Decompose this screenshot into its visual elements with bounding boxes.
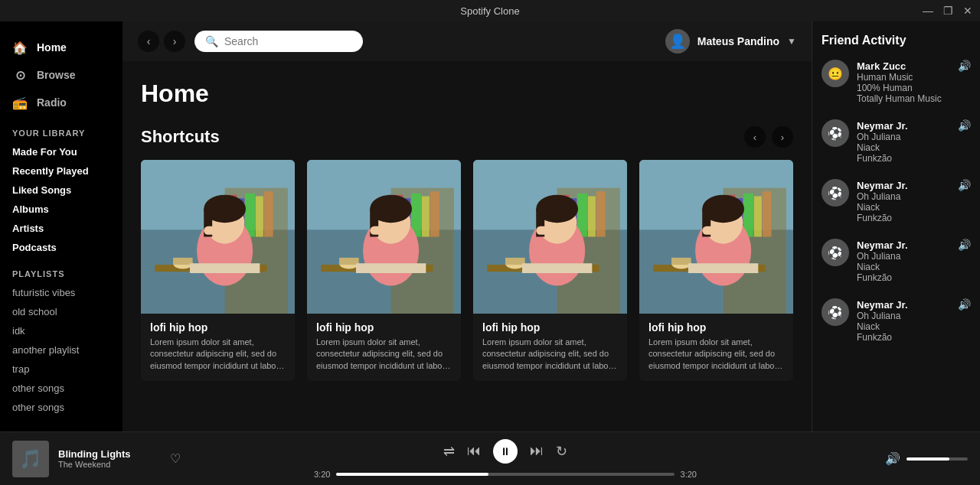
card-1-desc: Lorem ipsum dolor sit amet, consectetur …: [150, 337, 286, 372]
friend-item-mark-zucc: 😐 Mark Zucc 🔊 Human Music 100% Human Tot…: [822, 60, 971, 104]
home-icon: 🏠: [12, 40, 28, 55]
sidebar-item-albums[interactable]: Albums: [0, 200, 122, 219]
friend-playlist-mark-zucc: Totally Human Music: [857, 93, 971, 104]
friend-name-neymar-4: Neymar Jr.: [857, 299, 908, 311]
svg-rect-6: [256, 197, 263, 237]
minimize-button[interactable]: —: [922, 5, 934, 17]
friend-header-neymar-4: Neymar Jr. 🔊: [857, 298, 971, 311]
card-3-desc: Lorem ipsum dolor sit amet, consectetur …: [482, 337, 618, 372]
svg-rect-66: [702, 226, 730, 235]
friend-album-neymar-1: Niack: [857, 142, 971, 153]
sidebar-playlist-idk[interactable]: idk: [0, 321, 122, 340]
svg-rect-57: [754, 197, 762, 237]
sidebar-item-home[interactable]: 🏠 Home: [0, 34, 122, 61]
friend-info-neymar-4: Neymar Jr. 🔊 Oh Juliana Niack Funkzão: [857, 298, 971, 343]
sidebar-item-artists[interactable]: Artists: [0, 219, 122, 238]
sidebar-home-label: Home: [37, 41, 67, 54]
speaker-icon-neymar-1: 🔊: [958, 119, 971, 132]
sidebar-playlist-other-songs-1[interactable]: other songs: [0, 379, 122, 398]
avatar: 👤: [665, 29, 690, 54]
maximize-button[interactable]: ❐: [942, 5, 954, 17]
player-track-name: Blinding Lights: [58, 448, 161, 460]
volume-bar[interactable]: [906, 457, 968, 461]
svg-rect-49: [536, 226, 564, 235]
shortcuts-next-button[interactable]: ›: [772, 126, 793, 148]
sidebar-item-liked-songs[interactable]: Liked Songs: [0, 181, 122, 200]
svg-rect-40: [588, 197, 596, 237]
window-title: Spotify Clone: [460, 5, 519, 17]
friend-header-neymar-2: Neymar Jr. 🔊: [857, 179, 971, 191]
previous-button[interactable]: ⏮: [467, 443, 481, 459]
sidebar-playlist-old-school[interactable]: old school: [0, 302, 122, 321]
sidebar-radio-label: Radio: [37, 96, 67, 109]
friend-header-neymar-1: Neymar Jr. 🔊: [857, 119, 971, 132]
player-right-controls: 🔊: [830, 451, 968, 466]
friend-playlist-neymar-2: Funkzão: [857, 213, 971, 223]
shortcuts-title: Shortcuts: [141, 127, 220, 147]
progress-bar[interactable]: [336, 473, 674, 476]
card-4[interactable]: lofi hip hop Lorem ipsum dolor sit amet,…: [639, 160, 793, 381]
sidebar-playlist-another-playlist[interactable]: another playlist: [0, 340, 122, 360]
friend-name-neymar-1: Neymar Jr.: [857, 120, 908, 132]
like-button[interactable]: ♡: [170, 451, 181, 466]
speaker-icon-neymar-3: 🔊: [958, 239, 971, 251]
chevron-down-icon: ▼: [787, 36, 796, 47]
card-2[interactable]: lofi hip hop Lorem ipsum dolor sit amet,…: [307, 160, 461, 381]
close-button[interactable]: ✕: [962, 5, 974, 17]
shortcuts-prev-button[interactable]: ‹: [744, 126, 766, 148]
content-area: ‹ › 🔍 👤 Mateus Pandino ▼ Home Shortcuts …: [122, 21, 812, 431]
forward-button[interactable]: ›: [164, 31, 185, 52]
progress-fill: [336, 473, 488, 476]
friend-song-neymar-1: Oh Juliana: [857, 132, 971, 142]
sidebar-item-made-for-you[interactable]: Made For You: [0, 142, 122, 161]
nav-arrows: ‹ ›: [138, 31, 185, 52]
card-3[interactable]: lofi hip hop Lorem ipsum dolor sit amet,…: [473, 160, 627, 381]
friend-song-neymar-3: Oh Juliana: [857, 251, 971, 262]
card-1[interactable]: lofi hip hop Lorem ipsum dolor sit amet,…: [141, 160, 295, 381]
sidebar-playlist-trap[interactable]: trap: [0, 360, 122, 379]
card-4-text: lofi hip hop Lorem ipsum dolor sit amet,…: [639, 314, 793, 372]
friend-song-neymar-4: Oh Juliana: [857, 311, 971, 321]
friend-info-neymar-3: Neymar Jr. 🔊 Oh Juliana Niack Funkzão: [857, 239, 971, 283]
user-name-label: Mateus Pandino: [697, 35, 779, 47]
player-thumbnail: 🎵: [12, 441, 49, 477]
window-controls[interactable]: — ❐ ✕: [922, 5, 974, 17]
svg-rect-23: [422, 197, 430, 237]
svg-rect-16: [190, 263, 260, 273]
repeat-button[interactable]: ↻: [556, 443, 567, 460]
back-button[interactable]: ‹: [138, 31, 159, 52]
card-2-image: [307, 160, 461, 314]
svg-rect-67: [688, 263, 758, 273]
search-box[interactable]: 🔍: [194, 31, 363, 52]
card-4-image: [639, 160, 793, 314]
sidebar-playlist-futuristic-vibes[interactable]: futuristic vibes: [0, 283, 122, 302]
friend-item-neymar-4: ⚽ Neymar Jr. 🔊 Oh Juliana Niack Funkzão: [822, 298, 971, 343]
card-1-image: [141, 160, 295, 314]
play-pause-button[interactable]: ⏸: [493, 439, 518, 464]
svg-rect-50: [522, 263, 592, 273]
player-progress: 3:20 3:20: [314, 470, 697, 479]
user-area[interactable]: 👤 Mateus Pandino ▼: [665, 29, 796, 54]
friend-info-neymar-2: Neymar Jr. 🔊 Oh Juliana Niack Funkzão: [857, 179, 971, 223]
sidebar-item-recently-played[interactable]: Recently Played: [0, 161, 122, 181]
friend-info-neymar-1: Neymar Jr. 🔊 Oh Juliana Niack Funkzão: [857, 119, 971, 164]
shuffle-button[interactable]: ⇌: [443, 443, 455, 460]
svg-rect-32: [370, 226, 398, 235]
sidebar-item-browse[interactable]: ⊙ Browse: [0, 61, 122, 89]
sidebar-item-podcasts[interactable]: Podcasts: [0, 238, 122, 257]
friend-playlist-neymar-1: Funkzão: [857, 153, 971, 164]
sidebar-item-radio[interactable]: 📻 Radio: [0, 89, 122, 116]
svg-rect-61: [671, 258, 691, 265]
player-track-info: 🎵 Blinding Lights The Weekend ♡: [12, 441, 181, 477]
volume-fill: [906, 457, 949, 461]
sidebar-playlist-other-songs-2[interactable]: other songs: [0, 398, 122, 417]
friend-album-mark-zucc: 100% Human: [857, 83, 971, 93]
svg-rect-27: [339, 258, 359, 265]
main-content: Home Shortcuts ‹ ›: [122, 61, 812, 431]
search-input[interactable]: [224, 35, 347, 47]
next-button[interactable]: ⏭: [530, 443, 544, 459]
friend-header-mark-zucc: Mark Zucc 🔊: [857, 60, 971, 72]
player-controls: ⇌ ⏮ ⏸ ⏭ ↻ 3:20 3:20: [190, 439, 821, 479]
friend-song-neymar-2: Oh Juliana: [857, 191, 971, 202]
friend-activity-panel: Friend Activity 😐 Mark Zucc 🔊 Human Musi…: [812, 21, 980, 431]
